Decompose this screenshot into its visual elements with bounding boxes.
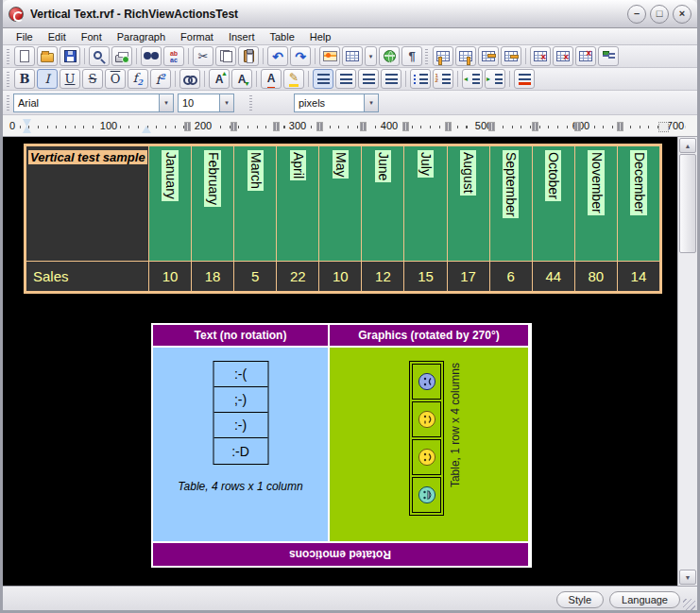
align-left-button[interactable] xyxy=(313,69,333,89)
sales-value-cell[interactable]: 18 xyxy=(192,262,233,291)
sales-value-cell[interactable]: 44 xyxy=(533,262,574,291)
menu-paragraph[interactable]: Paragraph xyxy=(110,30,173,43)
sales-value-cell[interactable]: 14 xyxy=(618,262,659,291)
toolbar-grip[interactable] xyxy=(7,95,9,111)
numbering-button[interactable]: 12 xyxy=(433,69,453,89)
sales-value-cell[interactable]: 80 xyxy=(575,262,617,291)
month-cell[interactable]: June xyxy=(362,146,403,261)
sales-value-cell[interactable]: 12 xyxy=(362,262,403,291)
column-marker[interactable] xyxy=(273,122,280,131)
increase-indent-button[interactable]: ▸ xyxy=(485,69,505,89)
font-name-combo[interactable]: Arial ▾ xyxy=(13,94,174,112)
paste-button[interactable] xyxy=(238,46,259,66)
month-cell[interactable]: December xyxy=(618,146,659,261)
decrease-indent-button[interactable]: ◂ xyxy=(462,69,483,89)
font-color-button[interactable]: A xyxy=(261,69,282,89)
undo-button[interactable]: ↶ xyxy=(267,46,288,66)
cut-button[interactable]: ✂ xyxy=(193,46,213,66)
italic-button[interactable]: I xyxy=(37,69,58,89)
column-marker[interactable] xyxy=(360,122,367,131)
font-size-combo[interactable]: 10 ▾ xyxy=(178,94,234,112)
column-marker[interactable] xyxy=(574,122,581,131)
menu-help[interactable]: Help xyxy=(302,30,339,43)
month-cell[interactable]: September xyxy=(490,146,532,261)
month-cell[interactable]: August xyxy=(448,146,489,261)
sales-value-cell[interactable]: 5 xyxy=(234,262,276,291)
print-preview-button[interactable] xyxy=(89,46,110,66)
month-cell[interactable]: February xyxy=(192,146,233,261)
toolbar-grip[interactable] xyxy=(249,95,252,111)
column-marker[interactable] xyxy=(445,122,452,131)
insert-table-dropdown[interactable]: ▾ xyxy=(365,46,377,66)
redo-button[interactable]: ↷ xyxy=(290,46,311,66)
smiley-cell[interactable] xyxy=(412,439,441,475)
language-button[interactable]: Language xyxy=(609,591,680,608)
vertical-scrollbar[interactable]: ▲ ▼ xyxy=(677,137,697,586)
text-emoticons-cell[interactable]: :-( ;-) :-) :-D Table, 4 rows x 1 column xyxy=(153,348,328,541)
month-cell[interactable]: July xyxy=(404,146,446,261)
insert-row-below-button[interactable] xyxy=(501,46,521,66)
smiley-cell[interactable] xyxy=(412,364,441,400)
smiley-cell[interactable] xyxy=(412,477,441,513)
text-emoticon[interactable]: :-D xyxy=(213,438,267,464)
scrollbar-thumb[interactable] xyxy=(679,154,696,253)
menu-insert[interactable]: Insert xyxy=(221,30,263,43)
insert-image-button[interactable] xyxy=(319,46,340,66)
toolbar-grip[interactable] xyxy=(7,49,9,64)
new-document-button[interactable] xyxy=(14,46,35,66)
find-button[interactable] xyxy=(141,46,162,66)
month-cell[interactable]: March xyxy=(234,146,276,261)
header-graphics-rotated[interactable]: Graphics (rotated by 270°) xyxy=(330,325,528,346)
chevron-down-icon[interactable]: ▾ xyxy=(159,94,173,111)
align-right-button[interactable] xyxy=(358,69,379,89)
replace-button[interactable]: abac xyxy=(163,46,184,66)
month-cell[interactable]: November xyxy=(575,146,617,261)
month-cell[interactable]: April xyxy=(277,146,318,261)
print-button[interactable] xyxy=(111,46,132,66)
column-marker[interactable] xyxy=(230,122,237,131)
toolbar-grip[interactable] xyxy=(425,49,428,64)
menu-format[interactable]: Format xyxy=(173,30,221,43)
highlight-button[interactable]: ✎ xyxy=(283,69,304,89)
header-text-no-rotation[interactable]: Text (no rotation) xyxy=(153,325,328,346)
text-emoticon[interactable]: :-( xyxy=(213,362,267,387)
delete-table-button[interactable]: × xyxy=(575,46,596,66)
bold-button[interactable]: B xyxy=(14,69,35,89)
table-end-marker[interactable] xyxy=(658,122,669,132)
chevron-down-icon[interactable]: ▾ xyxy=(219,94,233,111)
sales-label-cell[interactable]: Sales xyxy=(26,262,148,291)
month-cell[interactable]: May xyxy=(319,146,361,261)
column-marker[interactable] xyxy=(184,122,191,131)
text-emoticon[interactable]: ;-) xyxy=(213,387,267,413)
column-marker[interactable] xyxy=(316,122,323,131)
save-button[interactable] xyxy=(60,46,80,66)
insert-row-above-button[interactable] xyxy=(478,46,499,66)
menu-font[interactable]: Font xyxy=(74,30,110,43)
underline-button[interactable]: U xyxy=(60,69,80,89)
footer-rotated-emoticons[interactable]: Rotated emoticons xyxy=(153,543,528,566)
units-combo[interactable]: pixels ▾ xyxy=(294,94,379,112)
column-marker[interactable] xyxy=(402,122,409,131)
month-cell[interactable]: October xyxy=(533,146,574,261)
minimize-button[interactable]: – xyxy=(627,5,646,24)
insert-column-right-button[interactable] xyxy=(455,46,476,66)
scroll-down-button[interactable]: ▼ xyxy=(679,570,696,585)
align-center-button[interactable] xyxy=(335,69,356,89)
overline-button[interactable]: O xyxy=(105,69,126,89)
open-button[interactable] xyxy=(37,46,58,66)
month-cell[interactable]: January xyxy=(149,146,191,261)
table-structure-button[interactable] xyxy=(598,46,619,66)
readability-button[interactable] xyxy=(179,69,200,89)
smiley-cell[interactable] xyxy=(412,401,441,437)
copy-button[interactable] xyxy=(215,46,236,66)
text-emoticon[interactable]: :-) xyxy=(213,413,267,438)
sales-value-cell[interactable]: 6 xyxy=(490,262,532,291)
show-paragraph-marks-button[interactable]: ¶ xyxy=(401,46,422,66)
sales-value-cell[interactable]: 17 xyxy=(448,262,489,291)
resize-grip[interactable] xyxy=(683,599,695,611)
hyperlink-button[interactable] xyxy=(379,46,400,66)
menu-table[interactable]: Table xyxy=(262,30,301,43)
paragraph-color-button[interactable] xyxy=(514,69,535,89)
document-canvas[interactable]: Vertical test sample January February Ma… xyxy=(3,137,697,586)
sales-value-cell[interactable]: 15 xyxy=(404,262,446,291)
